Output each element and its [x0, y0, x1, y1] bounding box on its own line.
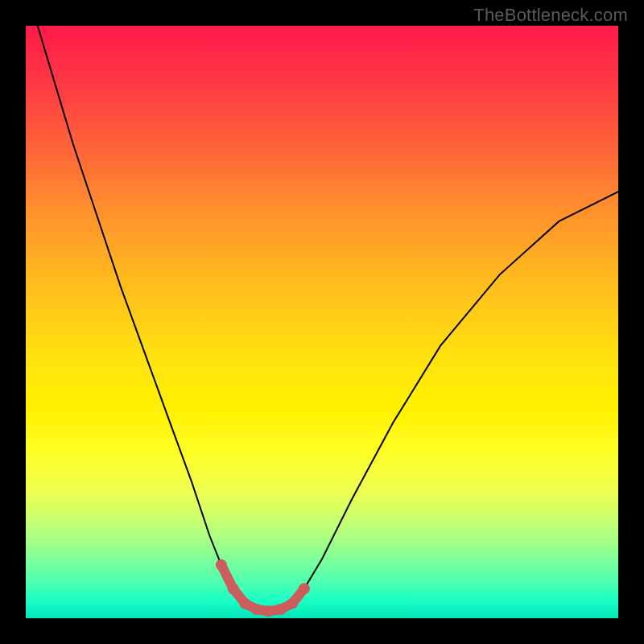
highlight-dot [275, 604, 287, 615]
highlight-dot [216, 559, 227, 571]
highlight-dot [251, 604, 262, 615]
highlight-dot [228, 583, 239, 594]
chart-plot-area [26, 26, 618, 618]
highlight-dot [239, 598, 250, 609]
main-curve-path [38, 26, 618, 611]
highlight-dot [299, 583, 310, 594]
bottleneck-curve-svg [26, 26, 618, 618]
highlight-dot [287, 598, 298, 609]
watermark-text: TheBottleneck.com [473, 5, 628, 26]
highlight-dot [263, 605, 275, 617]
